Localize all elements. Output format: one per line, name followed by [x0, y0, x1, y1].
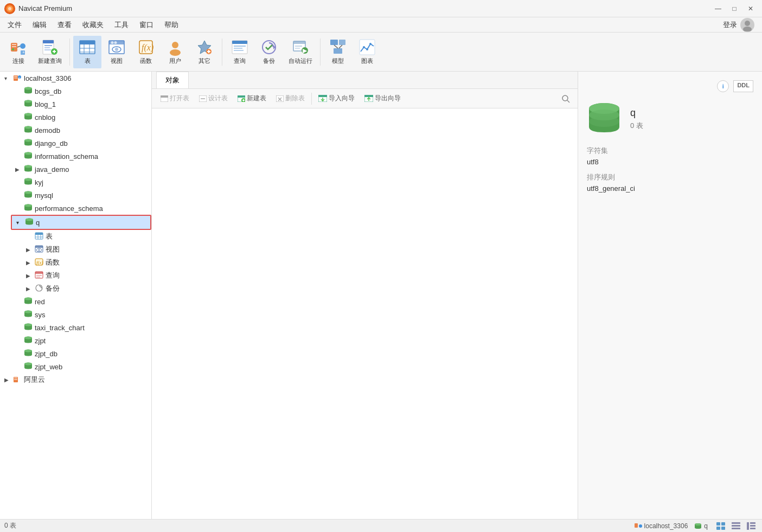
- db-demodb[interactable]: demodb: [11, 124, 151, 137]
- svg-rect-55: [334, 48, 342, 54]
- db-kyj[interactable]: kyj: [11, 176, 151, 189]
- backup-label: 备份: [263, 57, 275, 65]
- aliyun-icon: [13, 375, 22, 385]
- other-button[interactable]: 其它: [190, 36, 219, 68]
- export-wizard-button[interactable]: 导出向导: [360, 91, 405, 106]
- backup-icon: [260, 39, 278, 56]
- query-button[interactable]: 查询: [226, 36, 254, 68]
- svg-rect-53: [330, 40, 338, 45]
- menu-window[interactable]: 窗口: [134, 18, 159, 32]
- connection-icon: +: [13, 73, 22, 84]
- info-button[interactable]: i: [717, 80, 729, 92]
- login-button[interactable]: 登录: [718, 16, 760, 34]
- chart-icon: [358, 39, 376, 56]
- db-mysql[interactable]: mysql: [11, 189, 151, 202]
- menu-help[interactable]: 帮助: [159, 18, 184, 32]
- svg-rect-150: [721, 522, 725, 525]
- svg-rect-159: [750, 528, 755, 529]
- view-label: 视图: [111, 57, 123, 65]
- autorun-button[interactable]: ▶ 自动运行: [284, 36, 317, 68]
- svg-rect-14: [43, 40, 54, 43]
- user-avatar: [740, 18, 754, 32]
- db-java_demo[interactable]: ▶ java_demo: [11, 163, 151, 176]
- db-zjpt_db[interactable]: zjpt_db: [11, 347, 151, 360]
- sidebar-aliyun[interactable]: ▶ 阿里云: [0, 373, 151, 386]
- func-button[interactable]: f(x) 函数: [132, 36, 160, 68]
- db-big-icon: [587, 103, 622, 135]
- svg-point-60: [366, 48, 368, 50]
- svg-rect-15: [44, 45, 52, 46]
- db-count-label: 0 表: [630, 121, 643, 131]
- view-button[interactable]: 视图: [103, 36, 131, 68]
- chart-button[interactable]: 图表: [353, 36, 381, 68]
- toolbar-sep-1: [69, 39, 70, 66]
- menu-file[interactable]: 文件: [2, 18, 27, 32]
- model-button[interactable]: 模型: [324, 36, 352, 68]
- backup-button[interactable]: 备份: [255, 36, 283, 68]
- db-performance_schema[interactable]: performance_schema: [11, 202, 151, 215]
- table-button[interactable]: 表: [73, 36, 101, 68]
- db-q-selected[interactable]: ▾ q: [11, 215, 151, 230]
- db-django_db[interactable]: django_db: [11, 137, 151, 150]
- user-icon: [167, 39, 184, 56]
- db-q[interactable]: ▾ q: [12, 216, 150, 229]
- db-q-func[interactable]: ▶ f(x) 函数: [22, 256, 151, 269]
- delete-table-button[interactable]: 删除表: [272, 91, 309, 106]
- close-button[interactable]: ✕: [744, 3, 758, 14]
- minimize-button[interactable]: —: [711, 3, 725, 14]
- svg-rect-95: [35, 246, 43, 248]
- db-q-query[interactable]: ▶ 查询: [22, 269, 151, 282]
- db-red[interactable]: red: [11, 295, 151, 308]
- db-zjpt_web[interactable]: zjpt_web: [11, 360, 151, 373]
- objects-tab[interactable]: 对象: [156, 72, 189, 88]
- grid-view-button[interactable]: [714, 521, 727, 531]
- svg-rect-156: [747, 522, 749, 530]
- svg-rect-134: [318, 95, 327, 97]
- db-zjpt[interactable]: zjpt: [11, 334, 151, 347]
- model-label: 模型: [332, 57, 344, 65]
- expand-arrow: ▾: [4, 75, 11, 81]
- db-blog_1[interactable]: blog_1: [11, 98, 151, 111]
- menu-tools[interactable]: 工具: [109, 18, 134, 32]
- svg-rect-101: [35, 272, 43, 274]
- user-button[interactable]: 用户: [161, 36, 189, 68]
- query-label: 查询: [234, 57, 246, 65]
- db-q-view[interactable]: ▶ 视图: [22, 243, 151, 256]
- svg-point-61: [369, 43, 372, 45]
- svg-point-146: [639, 524, 642, 528]
- ddl-button[interactable]: DDL: [733, 80, 753, 92]
- db-taxi_track_chart[interactable]: taxi_track_chart: [11, 321, 151, 334]
- table-icon: [35, 232, 43, 241]
- menu-view[interactable]: 查看: [52, 18, 77, 32]
- svg-point-117: [24, 363, 32, 366]
- db-q-table[interactable]: 表: [22, 230, 151, 243]
- maximize-button[interactable]: □: [727, 3, 741, 14]
- db-cnblog[interactable]: cnblog: [11, 111, 151, 124]
- search-button[interactable]: [558, 91, 573, 106]
- app-logo: [4, 3, 15, 14]
- design-table-button[interactable]: 设计表: [195, 91, 232, 106]
- db-bcgs_db[interactable]: bcgs_db: [11, 85, 151, 98]
- db-information_schema[interactable]: information_schema: [11, 150, 151, 163]
- svg-rect-50: [295, 48, 300, 49]
- detail-view-button[interactable]: [745, 521, 758, 531]
- connect-button[interactable]: + 连接: [4, 36, 33, 68]
- new-table-button[interactable]: 新建表: [233, 91, 271, 106]
- db-sys[interactable]: sys: [11, 308, 151, 321]
- menu-favorites[interactable]: 收藏夹: [77, 18, 109, 32]
- connect-icon: +: [10, 39, 27, 56]
- titlebar-left: Navicat Premium: [4, 3, 72, 14]
- sidebar-connection[interactable]: ▾ + localhost_3306: [0, 72, 151, 85]
- func-icon: f(x): [137, 39, 155, 56]
- svg-line-56: [334, 45, 338, 48]
- func-icon-small: f(x): [35, 258, 43, 267]
- new-query-button[interactable]: 新建查询: [34, 36, 66, 68]
- charset-label: 字符集: [587, 146, 753, 156]
- db-q-backup[interactable]: ▶ 备份: [22, 282, 151, 295]
- svg-rect-58: [360, 40, 375, 55]
- import-wizard-button[interactable]: 导入向导: [314, 91, 359, 106]
- list-view-button[interactable]: [729, 521, 742, 531]
- open-table-button[interactable]: 打开表: [156, 91, 194, 106]
- db-icon: [24, 100, 33, 108]
- menu-edit[interactable]: 编辑: [27, 18, 52, 32]
